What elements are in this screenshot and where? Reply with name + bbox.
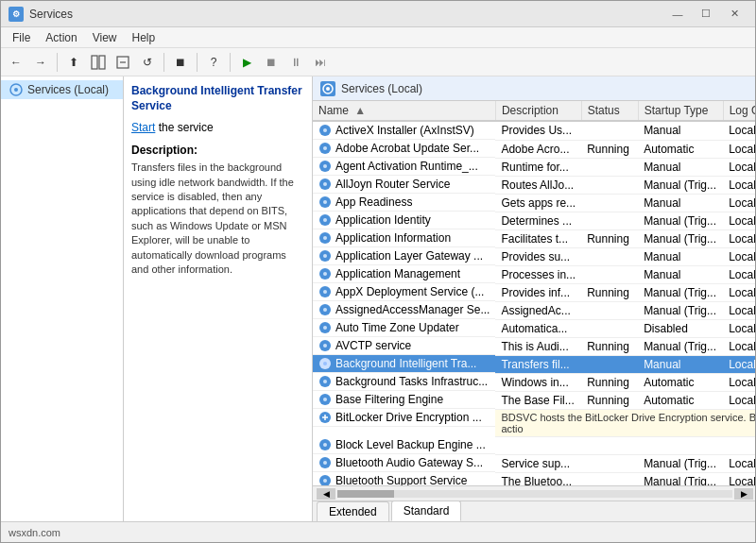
- service-startup-cell: Disabled: [638, 319, 723, 337]
- table-row[interactable]: Agent Activation Runtime_...Runtime for.…: [313, 158, 755, 176]
- col-header-startup-type[interactable]: Startup Type: [638, 101, 723, 121]
- refresh-button[interactable]: ↺: [136, 51, 159, 74]
- scroll-left-btn[interactable]: ◀: [317, 488, 335, 500]
- table-row[interactable]: Application Layer Gateway ...Provides su…: [313, 247, 755, 265]
- menu-file[interactable]: File: [5, 29, 38, 46]
- menu-view[interactable]: View: [85, 29, 125, 46]
- app-icon: ⚙: [9, 7, 24, 22]
- tree-icon: [91, 55, 106, 70]
- service-startup-cell: Automatic: [638, 373, 723, 391]
- table-row[interactable]: ActiveX Installer (AxInstSV)Provides Us.…: [313, 121, 755, 140]
- nav-tree-item-services-local[interactable]: Services (Local): [1, 80, 123, 99]
- pause-button[interactable]: ⏸: [284, 51, 307, 74]
- service-logon-cell: Local Sy: [723, 229, 755, 247]
- service-logon-cell: Local Sy: [723, 121, 755, 140]
- service-logon-cell: Local Se: [723, 319, 755, 337]
- svg-point-17: [323, 200, 327, 204]
- stop2-button[interactable]: ⏹: [260, 51, 283, 74]
- toolbar-separator-4: [230, 53, 231, 72]
- table-row[interactable]: Base Filtering EngineThe Base Fil...Runn…: [313, 391, 755, 409]
- table-row[interactable]: Adobe Acrobat Update Ser...Adobe Acro...…: [313, 140, 755, 158]
- table-row[interactable]: AppX Deployment Service (...Provides inf…: [313, 283, 755, 301]
- service-description-cell: Routes AllJo...: [495, 176, 581, 194]
- play-button[interactable]: ▶: [235, 51, 258, 74]
- back-button[interactable]: ←: [5, 51, 27, 74]
- service-name-cell: Application Identity: [335, 213, 431, 227]
- status-bar: wsxdn.com: [1, 521, 755, 542]
- stop-button[interactable]: ⏹: [169, 51, 192, 74]
- service-icon: [318, 393, 332, 406]
- scroll-thumb[interactable]: [337, 490, 394, 498]
- minimize-button[interactable]: —: [664, 5, 691, 24]
- service-description-cell: Provides su...: [495, 247, 581, 265]
- export-button[interactable]: [112, 51, 134, 74]
- col-header-log-on[interactable]: Log On: [723, 101, 755, 121]
- svg-point-19: [323, 218, 327, 222]
- help-button[interactable]: ?: [202, 51, 225, 74]
- svg-point-5: [14, 88, 18, 92]
- table-row[interactable]: Block Level Backup Engine ...: [313, 436, 755, 454]
- close-button[interactable]: ✕: [721, 5, 747, 24]
- table-row[interactable]: AssignedAccessManager Se...AssignedAc...…: [313, 301, 755, 319]
- service-logon-cell: Local Sy: [723, 265, 755, 283]
- table-row[interactable]: Application InformationFacilitates t...R…: [313, 229, 755, 247]
- table-row[interactable]: Application ManagementProcesses in...Man…: [313, 265, 755, 283]
- services-table-body: ActiveX Installer (AxInstSV)Provides Us.…: [313, 121, 755, 485]
- table-row[interactable]: Auto Time Zone UpdaterAutomatica...Disab…: [313, 319, 755, 337]
- table-row[interactable]: Bluetooth Support ServiceThe Bluetoo...M…: [313, 472, 755, 485]
- table-row[interactable]: Background Intelligent Tra...Transfers f…: [313, 355, 755, 373]
- status-text: wsxdn.com: [9, 527, 60, 538]
- service-startup-cell: Manual: [638, 194, 723, 212]
- services-header-bar: Services (Local): [313, 76, 755, 101]
- show-hide-tree[interactable]: [87, 51, 110, 74]
- tab-extended[interactable]: Extended: [317, 501, 389, 521]
- menu-action[interactable]: Action: [38, 29, 84, 46]
- service-name-cell: Adobe Acrobat Update Ser...: [335, 142, 479, 155]
- table-row[interactable]: BitLocker Drive Encryption ... BDSVC hos…: [313, 409, 755, 436]
- service-status-cell: [581, 355, 638, 373]
- scroll-right-btn[interactable]: ▶: [734, 488, 753, 500]
- detail-panel: Background Intelligent Transfer Service …: [124, 76, 313, 521]
- table-row[interactable]: Background Tasks Infrastruc...Windows in…: [313, 373, 755, 391]
- service-startup-cell: Automatic: [638, 140, 723, 158]
- col-header-description[interactable]: Description: [495, 101, 581, 121]
- service-icon: [318, 124, 332, 137]
- toolbar-separator-3: [197, 53, 198, 72]
- restart-button[interactable]: ⏭: [309, 51, 332, 74]
- service-icon: [318, 160, 332, 173]
- service-icon: [318, 375, 332, 388]
- start-link[interactable]: Start: [131, 121, 155, 134]
- forward-button[interactable]: →: [29, 51, 52, 74]
- service-logon-cell: Local Se: [723, 247, 755, 265]
- service-name-cell: Application Layer Gateway ...: [335, 249, 483, 263]
- nav-tree-item-label: Services (Local): [27, 83, 109, 96]
- service-status-cell: [581, 121, 638, 140]
- table-row[interactable]: Bluetooth Audio Gateway S...Service sup.…: [313, 454, 755, 472]
- col-header-name[interactable]: Name ▲: [313, 101, 495, 121]
- horizontal-scrollbar[interactable]: ◀ ▶: [313, 485, 755, 501]
- service-logon-cell: Local Sy: [723, 283, 755, 301]
- service-logon-cell: Local Se: [723, 391, 755, 409]
- service-name-cell: AVCTP service: [335, 339, 411, 352]
- menu-help[interactable]: Help: [125, 29, 163, 46]
- service-description-cell: Runtime for...: [495, 158, 581, 176]
- table-row[interactable]: AllJoyn Router ServiceRoutes AllJo...Man…: [313, 176, 755, 194]
- table-row[interactable]: AVCTP serviceThis is Audi...RunningManua…: [313, 337, 755, 355]
- service-status-cell: Running: [581, 229, 638, 247]
- table-row[interactable]: App ReadinessGets apps re...ManualLocal …: [313, 194, 755, 212]
- selected-service-name: Background Intelligent Transfer Service: [131, 84, 304, 113]
- up-button[interactable]: ⬆: [62, 51, 85, 74]
- service-description-cell: [495, 436, 581, 454]
- service-startup-cell: Automatic: [638, 391, 723, 409]
- service-startup-cell: Manual: [638, 158, 723, 176]
- service-startup-cell: [638, 436, 723, 454]
- services-header-title: Services (Local): [341, 82, 422, 95]
- maximize-button[interactable]: ☐: [693, 5, 719, 24]
- col-header-status[interactable]: Status: [581, 101, 638, 121]
- services-table-container[interactable]: Name ▲ Description Status Startup Type: [313, 101, 755, 485]
- scroll-track[interactable]: [337, 490, 732, 498]
- service-icon: [318, 249, 332, 263]
- tab-standard[interactable]: Standard: [391, 501, 462, 521]
- table-row[interactable]: Application IdentityDetermines ...Manual…: [313, 212, 755, 229]
- toolbar-separator-2: [163, 53, 164, 72]
